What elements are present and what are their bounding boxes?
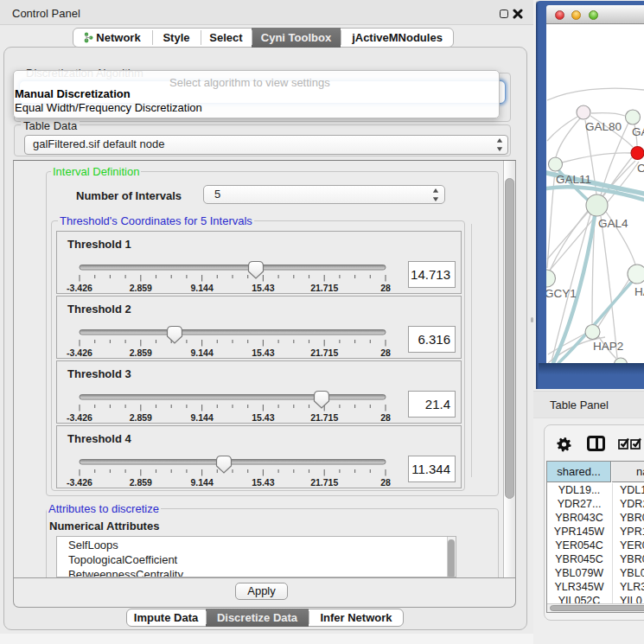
svg-text:21.715: 21.715: [310, 348, 338, 358]
svg-text:28: 28: [380, 283, 391, 293]
svg-text:9.144: 9.144: [190, 477, 213, 488]
svg-text:21.715: 21.715: [310, 477, 338, 488]
svg-text:CR: CR: [637, 162, 644, 175]
svg-text:15.43: 15.43: [252, 477, 274, 488]
svg-text:21.715: 21.715: [310, 412, 338, 423]
svg-text:GAL11: GAL11: [556, 173, 591, 186]
svg-text:-3.426: -3.426: [67, 412, 92, 423]
svg-text:-3.426: -3.426: [67, 348, 92, 358]
svg-text:-3.426: -3.426: [67, 477, 92, 488]
svg-text:15.43: 15.43: [252, 412, 274, 423]
svg-text:HAP2: HAP2: [593, 340, 623, 353]
svg-text:GCY1: GCY1: [546, 287, 577, 300]
svg-text:-3.426: -3.426: [67, 283, 92, 293]
svg-text:15.43: 15.43: [252, 283, 274, 293]
svg-text:GAL80: GAL80: [585, 120, 622, 133]
svg-text:2.859: 2.859: [130, 348, 152, 358]
svg-text:2.859: 2.859: [130, 477, 152, 488]
svg-text:9.144: 9.144: [190, 283, 213, 293]
svg-text:GAL4: GAL4: [598, 217, 628, 230]
svg-text:2.859: 2.859: [130, 412, 152, 423]
svg-text:28: 28: [380, 477, 391, 488]
svg-text:15.43: 15.43: [252, 348, 274, 358]
svg-text:28: 28: [380, 348, 391, 358]
svg-text:HA: HA: [634, 285, 644, 298]
svg-text:21.715: 21.715: [310, 283, 338, 293]
svg-text:28: 28: [380, 412, 391, 423]
svg-text:9.144: 9.144: [190, 348, 213, 358]
svg-text:2.859: 2.859: [130, 283, 152, 293]
svg-text:GAL3: GAL3: [632, 125, 644, 138]
svg-text:9.144: 9.144: [190, 412, 213, 423]
